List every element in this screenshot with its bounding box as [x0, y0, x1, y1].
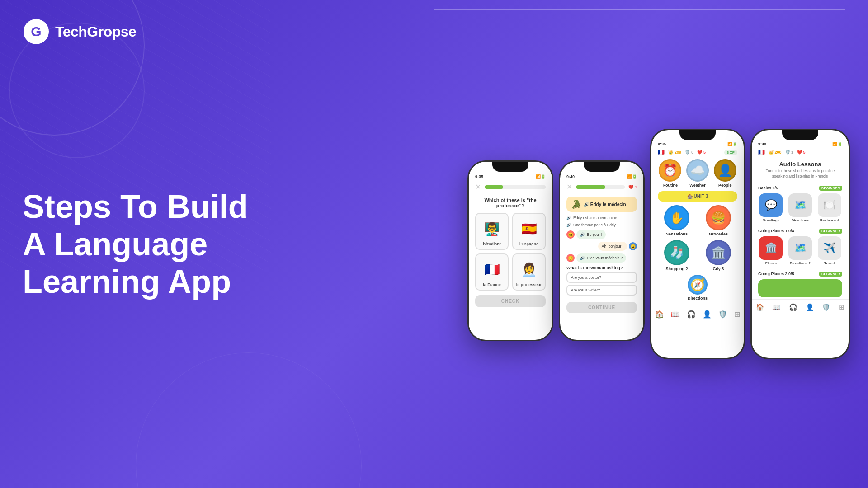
p3-skill-groceries[interactable]: 🍔 Groceries [699, 205, 737, 236]
p3-nav-book[interactable]: 📖 [671, 310, 680, 319]
p4-lesson-travel[interactable]: ✈️ Travel [816, 236, 842, 265]
p3-skill-weather[interactable]: ☁️ Weather [685, 159, 710, 188]
p1-card-0[interactable]: 👨‍🏫 l'étudiant [475, 213, 509, 250]
p3-nav-home[interactable]: 🏠 [655, 310, 664, 319]
p2-bubble-3: 🔊 Êtes-vous médecin ? [576, 253, 626, 263]
p4-nav-shield[interactable]: 🛡️ [822, 303, 830, 311]
p3-stats-bar: 🇫🇷 👑 209 🛡️ 0 ❤️ 5 6 XP [651, 149, 744, 159]
p3-skill-routine[interactable]: ⏰ Routine [658, 159, 683, 188]
p1-time: 9:35 [475, 174, 483, 179]
p1-card-label-0: l'étudiant [478, 242, 506, 246]
p4-greetings-icon: 💬 [759, 193, 783, 217]
headline-line2: A Language [23, 225, 248, 263]
p2-bubble-1: 🔊 Bonjour ! [576, 230, 606, 239]
p3-directions-label: Directions [688, 296, 708, 300]
phone-notch-4 [782, 130, 818, 140]
p3-nav-person[interactable]: 👤 [703, 310, 712, 319]
p1-card-label-2: la France [478, 282, 506, 287]
p1-card-img-0: 👨‍🏫 [481, 217, 503, 240]
p1-header: ✕ [469, 181, 552, 195]
p4-travel-label: Travel [824, 261, 835, 265]
p1-question: Which of these is "the professor"? [469, 195, 552, 213]
p2-continue-button[interactable]: CONTINUE [566, 302, 637, 313]
p1-card-3[interactable]: 👩‍💼 le professeur [512, 253, 546, 291]
p3-skill-city[interactable]: 🏛️ City 3 [699, 240, 737, 271]
phone-notch-2 [584, 162, 620, 172]
p3-skill-sensations[interactable]: ✋ Sensations [658, 205, 696, 236]
p4-lesson-greetings[interactable]: 💬 Greetings [758, 193, 784, 222]
phone-quiz: 9:35 📶🔋 ✕ Which of these is "the profess… [467, 160, 553, 341]
p4-nav-book[interactable]: 📖 [772, 303, 781, 311]
p4-subtitle: Tune into these short lessons to practic… [752, 169, 849, 184]
p4-directions2-label: Directions 2 [790, 261, 811, 265]
p4-hearts-stat: ❤️ 5 [797, 150, 806, 155]
logo: G TechGropse [23, 18, 136, 45]
p3-bottom-nav: 🏠 📖 🎧 👤 🛡️ ⊞ [651, 306, 744, 320]
p2-bubble-speaker-3: 🔊 [580, 256, 585, 260]
p2-bubble-row-2: Ah, bonjour ! 😐 [566, 242, 637, 251]
p2-hearts: ❤️ 1 [628, 185, 637, 189]
p4-crown-stat: 👑 200 [769, 150, 782, 155]
p4-nav-home[interactable]: 🏠 [756, 303, 764, 311]
p1-card-1[interactable]: 🇪🇸 l'Espagne [512, 213, 546, 250]
p4-nav-headphone[interactable]: 🎧 [789, 303, 797, 311]
phone-notch-1 [492, 162, 528, 172]
p4-restaurant-icon: 🍽️ [818, 193, 841, 217]
p2-bubble-speaker-1: 🔊 [580, 232, 585, 237]
p1-card-img-3: 👩‍💼 [518, 258, 540, 281]
p3-nav-headphone[interactable]: 🎧 [687, 310, 696, 319]
p3-people-label: People [718, 183, 732, 188]
headline-line1: Steps To Build [23, 188, 248, 225]
p4-lesson-restaurant[interactable]: 🍽️ Restaurant [816, 193, 842, 222]
p2-title-box: 🐊 🔊 Eddy le médecin [566, 197, 637, 212]
p3-skill-directions[interactable]: 🧭 Directions [688, 275, 708, 300]
p4-nav-person[interactable]: 👤 [806, 303, 814, 311]
p4-stats-bar: 🇫🇷 👑 200 🛡️ 1 ❤️ 5 [752, 149, 849, 159]
p2-time: 9:40 [566, 174, 575, 179]
p3-sensations-icon: ✋ [664, 205, 689, 230]
p3-nav-shield[interactable]: 🛡️ [718, 310, 727, 319]
p4-flag: 🇫🇷 [758, 149, 765, 155]
p1-check-button[interactable]: CHECK [475, 295, 546, 307]
p2-bubble-row-1: 😊 🔊 Bonjour ! [566, 230, 637, 239]
p4-lesson-directions2[interactable]: 🗺️ Directions 2 [788, 236, 813, 265]
p2-icons: 📶🔋 [627, 174, 637, 179]
p2-speaker-icon-2: 🔊 [566, 223, 571, 227]
p2-option-1[interactable]: Are you a doctor? [566, 272, 637, 283]
p1-card-label-3: le professeur [515, 282, 543, 287]
p1-close-icon[interactable]: ✕ [475, 183, 481, 191]
p2-avatar-1: 😊 [566, 230, 575, 239]
phone-screen-3: 9:35 📶🔋 🇫🇷 👑 209 🛡️ 0 ❤️ 5 6 XP ⏰ Routin… [651, 130, 744, 358]
p3-xp-badge: 6 XP [724, 150, 737, 155]
phone-chat: 9:40 📶🔋 ✕ ❤️ 1 🐊 🔊 Eddy le médecin 🔊 Edd… [559, 160, 645, 341]
p2-close-icon[interactable]: ✕ [566, 183, 572, 191]
top-line [434, 9, 845, 10]
p1-progress-bar [485, 185, 546, 189]
deco-circle-3 [136, 352, 362, 488]
p4-directions-icon: 🗺️ [788, 193, 812, 217]
p1-card-2[interactable]: 🇫🇷 la France [475, 253, 509, 291]
p3-flag: 🇫🇷 [658, 149, 665, 155]
bottom-line [23, 474, 845, 474]
phones-container: 9:35 📶🔋 ✕ Which of these is "the profess… [467, 129, 850, 359]
p2-progress-fill [576, 185, 605, 189]
p2-speaker-icon-1: 🔊 [566, 216, 571, 220]
p4-places-label: Places [765, 261, 777, 265]
phone-audio: 9:48 📶🔋 🇫🇷 👑 200 🛡️ 1 ❤️ 5 Audio Lessons… [750, 129, 850, 359]
p3-skills-grid: ✋ Sensations 🍔 Groceries 🧦 Shopping 2 🏛️… [651, 205, 744, 271]
p4-nav-grid[interactable]: ⊞ [839, 303, 844, 311]
p2-option-2[interactable]: Are you a writer? [566, 285, 637, 296]
p3-weather-label: Weather [689, 183, 705, 188]
phone-screen-2: 9:40 📶🔋 ✕ ❤️ 1 🐊 🔊 Eddy le médecin 🔊 Edd… [560, 162, 643, 340]
p3-skill-shopping[interactable]: 🧦 Shopping 2 [658, 240, 696, 271]
logo-text: TechGropse [55, 23, 136, 40]
p3-directions-icon: 🧭 [688, 275, 708, 295]
p3-skill-people[interactable]: 👤 People [712, 159, 737, 188]
p3-nav-grid[interactable]: ⊞ [734, 310, 740, 319]
p4-basics-lessons: 💬 Greetings 🗺️ Directions 🍽️ Restaurant [752, 193, 849, 227]
p2-chat-line-1: 🔊 Eddy est au supermarché. [566, 216, 637, 220]
p4-travel-icon: ✈️ [818, 236, 841, 260]
p4-lesson-places[interactable]: 🏛️ Places [758, 236, 784, 265]
p4-places-icon: 🏛️ [759, 236, 783, 260]
p4-lesson-directions[interactable]: 🗺️ Directions [788, 193, 813, 222]
